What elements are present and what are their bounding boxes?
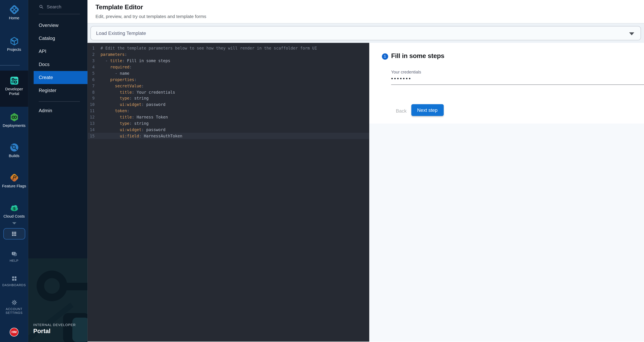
brand-name: Portal <box>33 328 76 335</box>
module-item-home[interactable]: Home <box>0 5 28 20</box>
module-item-builds[interactable]: Builds <box>0 142 28 158</box>
module-item-projects[interactable]: Projects <box>0 36 28 52</box>
editor-line: 13 type: string <box>88 120 369 127</box>
projects-icon <box>9 36 19 46</box>
module-item-cloud-costs[interactable]: $Cloud Costs <box>0 203 28 219</box>
template-picker-row: Load Existing Template <box>88 23 644 43</box>
module-grid-button[interactable] <box>3 228 25 240</box>
line-number: 10 <box>88 102 95 107</box>
module-item-deployments[interactable]: Deployments <box>0 112 28 128</box>
module-list: HomeProjectsDeveloper PortalDeploymentsB… <box>0 5 28 219</box>
search-input[interactable]: Search <box>39 4 61 9</box>
utility-item-help[interactable]: ?HELP <box>0 251 28 263</box>
divider <box>39 101 80 102</box>
module-item-label: Deployments <box>1 123 28 128</box>
line-number: 1 <box>88 46 95 50</box>
sidebar-item-overview[interactable]: Overview <box>28 19 88 32</box>
builds-icon <box>9 142 19 152</box>
next-step-button[interactable]: Next step <box>411 104 444 116</box>
line-number: 15 <box>88 134 95 138</box>
page-header: Template Editor Edit, preview, and try o… <box>88 0 644 23</box>
svg-text:$: $ <box>12 206 16 211</box>
editor-line: 4 required: <box>88 64 369 70</box>
line-number: 8 <box>88 90 95 94</box>
module-item-feature-flags[interactable]: Feature Flags <box>0 173 28 189</box>
search-placeholder: Search <box>47 4 61 9</box>
main-content: Template Editor Edit, preview, and try o… <box>88 0 644 342</box>
utility-item-label: DASHBOARDS <box>1 283 27 287</box>
sidebar-item-register[interactable]: Register <box>28 84 88 97</box>
editor-line: 10 ui:widget: password <box>88 101 369 108</box>
line-number: 5 <box>88 71 95 75</box>
editor-line: 11 token: <box>88 108 369 114</box>
deployments-icon <box>9 112 19 122</box>
line-number: 13 <box>88 121 95 126</box>
brand-eyebrow: INTERNAL DEVELOPER <box>33 323 76 327</box>
help-icon: ? <box>11 251 18 258</box>
section-sidebar: Search OverviewCatalogAPIDocsCreateRegis… <box>28 0 88 342</box>
dashboards-icon <box>11 275 18 282</box>
avatar[interactable]: HM <box>10 328 18 337</box>
editor-line: 8 title: Your credentials <box>88 89 369 95</box>
svg-text:?: ? <box>13 252 14 255</box>
sidebar-divider <box>0 65 20 65</box>
utility-item-label: HELP <box>1 259 27 263</box>
editor-line: 6 properties: <box>88 76 369 83</box>
page-subtitle: Edit, preview, and try out templates and… <box>96 14 644 19</box>
utility-item-label: ACCOUNT SETTINGS <box>1 307 27 315</box>
line-number: 11 <box>88 109 95 113</box>
workspace: 1# Edit the template parameters below to… <box>88 43 644 342</box>
module-item-label: Developer Portal <box>1 87 28 96</box>
editor-line-active: 15 ui:field: HarnessAuthToken <box>88 133 369 139</box>
divider <box>39 14 80 14</box>
sidebar-item-docs[interactable]: Docs <box>28 58 88 71</box>
module-sidebar: HomeProjectsDeveloper PortalDeploymentsB… <box>0 0 28 342</box>
utility-item-account-settings[interactable]: ACCOUNT SETTINGS <box>0 299 28 315</box>
editor-line: 5 - name <box>88 70 369 76</box>
module-item-label: Cloud Costs <box>1 214 28 219</box>
yaml-editor[interactable]: 1# Edit the template parameters below to… <box>88 43 369 342</box>
developer-portal-icon <box>9 76 19 86</box>
editor-line: 12 title: Harness Token <box>88 114 369 120</box>
form-preview-panel: 1 Fill in some steps Your credentials ••… <box>369 43 644 342</box>
module-item-label: Projects <box>1 47 28 52</box>
account-settings-icon <box>11 299 18 306</box>
home-icon <box>9 5 19 15</box>
feature-flags-icon <box>9 173 19 183</box>
brand: INTERNAL DEVELOPER Portal <box>33 323 76 335</box>
line-number: 2 <box>88 52 95 57</box>
grid-icon <box>11 231 17 237</box>
editor-line: 1# Edit the template parameters below to… <box>88 45 369 51</box>
step-number-badge: 1 <box>382 53 388 60</box>
sidebar-item-catalog[interactable]: Catalog <box>28 32 88 45</box>
credentials-input[interactable]: ••••••• <box>391 76 412 82</box>
module-item-developer-portal[interactable]: Developer Portal <box>0 71 28 107</box>
section-nav-list: OverviewCatalogAPIDocsCreateRegisterAdmi… <box>28 19 88 117</box>
line-number: 14 <box>88 127 95 132</box>
line-number: 9 <box>88 96 95 101</box>
line-number: 7 <box>88 83 95 88</box>
app-window: HomeProjectsDeveloper PortalDeploymentsB… <box>0 0 644 342</box>
line-number: 6 <box>88 77 95 82</box>
chevron-down-icon[interactable] <box>12 222 16 224</box>
sidebar-item-create[interactable]: Create <box>34 71 88 84</box>
module-item-label: Builds <box>1 154 28 158</box>
cloud-costs-icon: $ <box>9 203 19 213</box>
utility-item-dashboards[interactable]: DASHBOARDS <box>0 275 28 287</box>
load-template-dropdown[interactable]: Load Existing Template <box>90 26 641 40</box>
editor-line: 7 secretValue: <box>88 83 369 89</box>
editor-line: 2parameters: <box>88 51 369 57</box>
module-item-label: Feature Flags <box>1 184 28 189</box>
editor-line: 14 ui:widget: password <box>88 126 369 133</box>
step-title: Fill in some steps <box>391 52 444 60</box>
sidebar-item-api[interactable]: API <box>28 45 88 58</box>
line-number: 12 <box>88 115 95 119</box>
input-underline <box>391 84 644 85</box>
line-number: 4 <box>88 65 95 69</box>
page-title: Template Editor <box>96 0 644 11</box>
back-button[interactable]: Back <box>395 106 408 116</box>
line-number: 3 <box>88 58 95 63</box>
sidebar-item-admin[interactable]: Admin <box>28 104 88 117</box>
caret-down-icon <box>629 32 634 35</box>
search-icon <box>39 4 44 9</box>
